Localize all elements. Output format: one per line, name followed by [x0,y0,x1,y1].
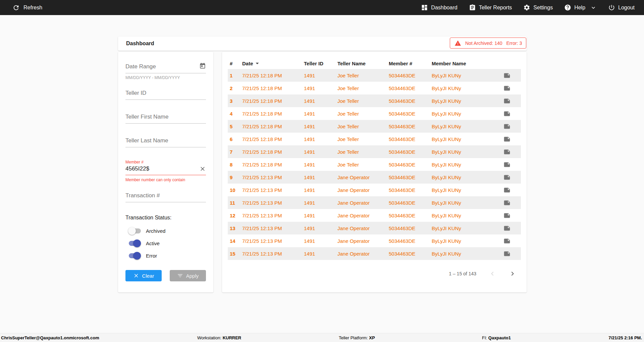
table-row[interactable]: 47/21/25 12:18 PM1491Joe Teller5034463DE… [228,107,521,120]
teller-id-input[interactable] [125,88,206,100]
not-archived-count: Not Archived: 140 [465,41,502,46]
row-member-name: ByLyJI KUNy [432,225,501,231]
pagination: 1 – 15 of 143 [449,270,517,278]
row-teller-id: 1491 [304,111,337,117]
column-header-date[interactable]: Date [242,60,304,67]
nav-teller-reports[interactable]: Teller Reports [469,4,512,11]
row-teller-name: Joe Teller [337,162,389,167]
note-icon[interactable] [503,174,511,181]
note-icon[interactable] [503,250,511,257]
table-row[interactable]: 157/21/25 12:13 PM1491Jane Operator50344… [228,247,521,260]
help-icon [564,4,571,11]
refresh-button[interactable]: Refresh [12,4,42,11]
member-number-error: Member number can only contain [125,178,206,182]
member-number-input[interactable] [125,165,206,175]
note-icon[interactable] [503,123,511,130]
nav-help[interactable]: Help [564,4,597,11]
date-range-input[interactable] [125,62,206,73]
table-row[interactable]: 107/21/25 12:13 PM1491Jane Operator50344… [228,184,521,196]
row-teller-name: Joe Teller [337,73,389,78]
row-teller-name: Joe Teller [337,136,389,142]
active-toggle[interactable] [128,241,141,246]
note-icon[interactable] [503,199,511,206]
note-icon[interactable] [503,136,511,143]
teller-last-name-field [125,136,206,147]
column-header-member-num[interactable]: Member # [389,61,432,66]
archived-toggle[interactable] [128,228,141,233]
apply-button[interactable]: Apply [170,270,206,281]
table-row[interactable]: 87/21/25 12:18 PM1491Joe Teller5034463DE… [228,158,521,171]
row-date: 7/21/25 12:13 PM [242,251,304,257]
note-icon[interactable] [503,85,511,92]
archive-error-alert[interactable]: Not Archived: 140 Error: 3 [450,38,526,49]
row-member-num: 5034463DE [389,98,432,104]
table-row[interactable]: 147/21/25 12:13 PM1491Jane Operator50344… [228,234,521,247]
column-header-date-label: Date [242,61,253,66]
table-row[interactable]: 127/21/25 12:13 PM1491Jane Operator50344… [228,209,521,222]
teller-last-name-input[interactable] [125,136,206,147]
row-teller-id: 1491 [304,187,337,193]
note-icon[interactable] [503,212,511,219]
row-teller-id: 1491 [304,238,337,244]
row-teller-id: 1491 [304,136,337,142]
report-icon [469,4,476,11]
note-icon[interactable] [503,148,511,155]
workstation-info: Workstation: KURRER [197,335,241,340]
column-header-teller-id[interactable]: Teller ID [304,61,337,66]
row-teller-id: 1491 [304,200,337,206]
chevron-left-icon[interactable] [488,270,496,278]
note-icon[interactable] [503,72,511,79]
fi-value: Qaxpauto1 [488,335,511,340]
table-row[interactable]: 97/21/25 12:13 PM1491Jane Operator503446… [228,171,521,184]
row-teller-id: 1491 [304,225,337,231]
row-teller-name: Jane Operator [337,251,389,257]
error-toggle[interactable] [128,253,141,258]
column-header-teller-name[interactable]: Teller Name [337,61,389,66]
top-bar: Refresh Dashboard Teller Reports Setting… [0,0,644,15]
note-icon[interactable] [503,110,511,117]
close-icon[interactable] [199,165,206,172]
note-icon[interactable] [503,97,511,105]
nav-settings[interactable]: Settings [523,4,553,11]
column-header-member-name[interactable]: Member Name [432,61,501,66]
nav-dashboard[interactable]: Dashboard [421,4,457,11]
active-toggle-label: Active [146,241,160,246]
table-row[interactable]: 37/21/25 12:18 PM1491Joe Teller5034463DE… [228,94,521,107]
row-teller-name: Joe Teller [337,85,389,91]
transaction-number-input[interactable] [125,191,206,202]
row-member-num: 5034463DE [389,85,432,91]
row-number: 4 [228,111,242,117]
clear-button[interactable]: Clear [125,270,162,281]
row-teller-id: 1491 [304,85,337,91]
nav-logout[interactable]: Logout [608,4,635,11]
pagination-range-label: 1 – 15 of 143 [449,271,476,276]
row-teller-name: Jane Operator [337,238,389,244]
filter-icon [177,273,183,279]
note-icon[interactable] [503,237,511,245]
table-row[interactable]: 77/21/25 12:18 PM1491Joe Teller5034463DE… [228,145,521,158]
transaction-status-label: Transaction Status: [125,215,206,221]
row-member-num: 5034463DE [389,213,432,218]
status-datetime: 7/21/25 2:16 PM. [608,335,642,340]
note-icon[interactable] [503,187,511,194]
toggle-row-error: Error [128,253,206,259]
nav-dashboard-label: Dashboard [431,5,457,11]
table-row[interactable]: 117/21/25 12:13 PM1491Jane Operator50344… [228,196,521,209]
row-teller-name: Jane Operator [337,200,389,206]
row-teller-name: Joe Teller [337,149,389,155]
teller-first-name-input[interactable] [125,112,206,124]
calendar-icon[interactable] [199,63,206,69]
table-row[interactable]: 27/21/25 12:18 PM1491Joe Teller5034463DE… [228,82,521,94]
row-teller-name: Joe Teller [337,98,389,104]
row-teller-id: 1491 [304,251,337,257]
note-icon[interactable] [503,225,511,232]
row-date: 7/21/25 12:13 PM [242,175,304,180]
table-row[interactable]: 17/21/25 12:18 PM1491Joe Teller5034463DE… [228,69,521,82]
table-row[interactable]: 137/21/25 12:13 PM1491Jane Operator50344… [228,222,521,234]
row-date: 7/21/25 12:18 PM [242,73,304,78]
note-icon[interactable] [503,161,511,168]
table-row[interactable]: 57/21/25 12:18 PM1491Joe Teller5034463DE… [228,120,521,133]
table-row[interactable]: 67/21/25 12:18 PM1491Joe Teller5034463DE… [228,133,521,145]
chevron-right-icon[interactable] [508,270,517,278]
power-icon [608,4,615,11]
